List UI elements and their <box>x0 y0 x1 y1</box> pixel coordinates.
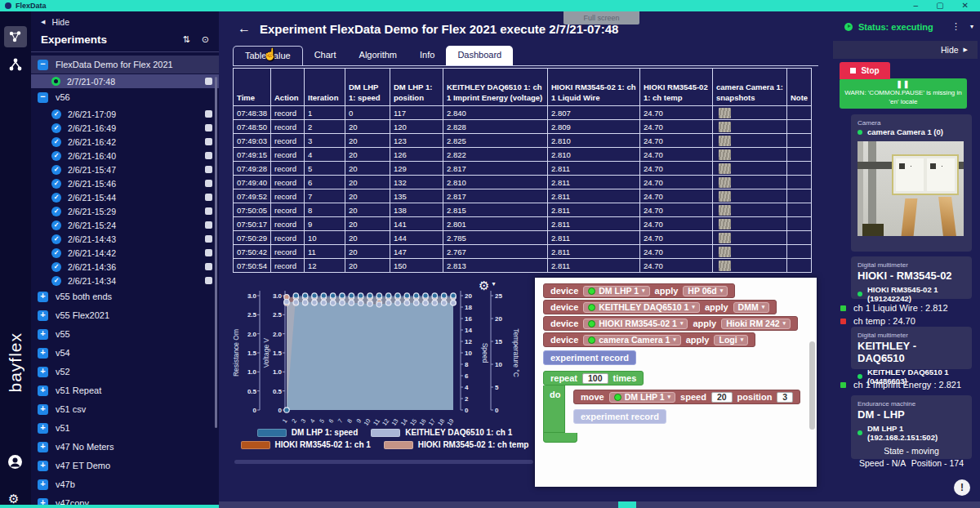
sidebar-item-2-6-21-14-36[interactable]: ✓2/6/21-14:36 <box>31 260 219 274</box>
sidebar-item-2-6-21-15-29[interactable]: ✓2/6/21-15:29 <box>31 204 219 218</box>
back-icon[interactable]: ← <box>238 21 251 36</box>
expand-icon[interactable]: + <box>38 423 48 434</box>
sidebar-group-v55[interactable]: +v55 <box>31 325 219 343</box>
experiment-checkbox[interactable] <box>205 124 212 131</box>
expand-icon[interactable]: + <box>38 479 48 490</box>
experiment-checkbox[interactable] <box>205 249 212 256</box>
expand-icon[interactable]: + <box>38 404 48 415</box>
expand-icon[interactable]: + <box>38 348 48 359</box>
method-dropdown[interactable]: HP 06d▾ <box>683 286 728 296</box>
table-row[interactable]: 07:49:40record6201322.8102.81124.70 <box>234 176 812 189</box>
table-row[interactable]: 07:48:38record101172.8402.80724.70 <box>234 106 812 120</box>
alert-button[interactable]: ! <box>954 479 970 496</box>
sidebar-item-2-6-21-14-43[interactable]: ✓2/6/21-14:43 <box>31 232 219 246</box>
snapshot-thumbnail[interactable] <box>719 261 731 271</box>
device-block-dm-lhp-1[interactable]: deviceDM LHP 1▾applyHP 06d▾ <box>543 283 735 298</box>
minimize-icon[interactable]: – <box>914 0 919 11</box>
flow-icon[interactable] <box>4 26 27 47</box>
device-dropdown[interactable]: camera Camera 1▾ <box>583 335 681 345</box>
close-icon[interactable]: ✕ <box>962 0 969 11</box>
legend-item-keithley-daq6510-1-ch-1[interactable]: KEITHLEY DAQ6510 1: ch 1 <box>371 428 512 437</box>
device-dropdown[interactable]: HIOKI RM3545-02 1▾ <box>583 319 688 329</box>
table-row[interactable]: 07:50:42record11201472.7672.81124.70 <box>234 245 812 259</box>
table-row[interactable]: 07:50:17record9201412.8012.81124.70 <box>234 217 812 231</box>
experiment-checkbox[interactable] <box>205 180 212 187</box>
tab-algorithm[interactable]: Algorithm <box>348 46 408 65</box>
expand-icon[interactable]: + <box>38 367 48 377</box>
sidebar-item-2-6-21-14-42[interactable]: ✓2/6/21-14:42 <box>31 246 219 260</box>
table-row[interactable]: 07:49:52record7201352.8172.81124.70 <box>234 189 812 203</box>
sidebar-group-v47-et-demo[interactable]: +v47 ET Demo <box>31 457 219 475</box>
table-row[interactable]: 07:48:50record2201202.8282.80924.70 <box>234 120 812 134</box>
sidebar-group-flexdata-demo-for-flex-2021[interactable]: −FlexData Demo for Flex 2021 <box>31 56 219 74</box>
experiment-checkbox[interactable] <box>205 194 212 201</box>
sidebar-group-v47-no-meters[interactable]: +v47 No Meters <box>31 438 219 456</box>
snapshot-thumbnail[interactable] <box>719 163 731 174</box>
move-position-field[interactable]: 3 <box>777 392 793 403</box>
sidebar-hide-button[interactable]: ◀ Hide <box>31 11 219 29</box>
stop-button[interactable]: Stop <box>840 62 890 79</box>
sidebar-group-v56[interactable]: −v56 <box>31 88 219 106</box>
legend-item-hioki-rm3545-02-1-ch-temp[interactable]: HIOKI RM3545-02 1: ch temp <box>384 440 529 449</box>
legend-item-dm-lhp-1-speed[interactable]: DM LHP 1: speed <box>257 428 359 437</box>
method-dropdown[interactable]: Hioki RM 242▾ <box>721 319 791 329</box>
experiment-checkbox[interactable] <box>205 263 212 270</box>
repeat-count-field[interactable]: 100 <box>582 373 608 384</box>
snapshot-thumbnail[interactable] <box>719 122 731 132</box>
collapse-icon[interactable]: − <box>38 60 48 70</box>
expand-icon[interactable]: + <box>38 385 48 396</box>
user-icon[interactable] <box>7 454 23 473</box>
table-row[interactable]: 07:50:54record12201502.8132.81124.70 <box>234 259 812 273</box>
expand-icon[interactable]: + <box>38 461 48 471</box>
sidebar-item-2-6-21-16-40[interactable]: ✓2/6/21-16:40 <box>31 149 219 163</box>
experiment-checkbox[interactable] <box>205 110 212 118</box>
table-row[interactable]: 07:50:05record8201382.8152.81124.70 <box>234 203 812 217</box>
experiment-checkbox[interactable] <box>205 78 212 85</box>
snapshot-thumbnail[interactable] <box>719 233 731 243</box>
table-row[interactable]: 07:49:03record3201232.8252.81024.70 <box>234 134 812 148</box>
table-row[interactable]: 07:49:28record5201292.8172.81124.70 <box>234 162 812 176</box>
snapshot-thumbnail[interactable] <box>719 177 731 188</box>
device-block-hioki-rm3545-02-1[interactable]: deviceHIOKI RM3545-02 1▾applyHioki RM 24… <box>543 316 798 331</box>
move-device-dropdown[interactable]: DM LHP 1 ▾ <box>609 392 675 403</box>
kebab-menu-icon[interactable]: ⋮ <box>951 21 960 32</box>
experiment-record-block[interactable]: experiment record <box>543 350 636 365</box>
table-row[interactable]: 07:49:15record4201262.8222.81024.70 <box>234 148 812 162</box>
caret-down-icon[interactable]: ▾ <box>970 23 973 32</box>
snapshot-thumbnail[interactable] <box>719 247 731 257</box>
panel-hide-button[interactable]: Hide ▶ <box>833 41 978 59</box>
experiment-checkbox[interactable] <box>205 277 212 284</box>
move-speed-field[interactable]: 20 <box>711 392 733 403</box>
tab-chart[interactable]: Chart <box>303 46 348 65</box>
maximize-icon[interactable]: ▢ <box>936 0 943 11</box>
legend-item-hioki-rm3545-02-1-ch-1[interactable]: HIOKI RM3545-02 1: ch 1 <box>241 440 371 449</box>
expand-icon[interactable]: + <box>38 329 48 340</box>
expand-icon[interactable]: + <box>38 292 48 302</box>
pause-warning-button[interactable]: ❚❚ WARN: 'COMMON.PAUSE' is missing in 'e… <box>840 78 967 109</box>
chart-settings-button[interactable]: ⚙ ▾ <box>479 279 495 293</box>
sidebar-item-2-6-21-15-24[interactable]: ✓2/6/21-15:24 <box>31 218 219 232</box>
chart-scrollbar[interactable] <box>234 460 533 464</box>
block-editor-scrollbar[interactable] <box>809 341 815 430</box>
sidebar-item-2-6-21-17-09[interactable]: ✓2/6/21-17:09 <box>31 107 219 121</box>
tab-dashboard[interactable]: Dashboard <box>446 46 513 65</box>
method-dropdown[interactable]: Logi▾ <box>714 335 748 345</box>
move-block[interactable]: move DM LHP 1 ▾ speed 20 position 3 <box>573 390 800 404</box>
sidebar-group-v55-flex2021[interactable]: +v55 Flex2021 <box>31 306 219 324</box>
sidebar-group-v55-both-ends[interactable]: +v55 both ends <box>31 287 219 305</box>
device-dropdown[interactable]: KEITHLEY DAQ6510 1▾ <box>583 302 700 313</box>
method-dropdown[interactable]: DMM▾ <box>733 302 770 313</box>
table-row[interactable]: 07:50:29record10201442.7852.81124.70 <box>234 231 812 245</box>
sidebar-group-v47b[interactable]: +v47b <box>31 475 219 493</box>
snapshot-thumbnail[interactable] <box>719 191 731 202</box>
snapshot-thumbnail[interactable] <box>719 219 731 229</box>
sidebar-item-2-6-21-15-47[interactable]: ✓2/6/21-15:47 <box>31 163 219 176</box>
target-icon[interactable]: ⊙ <box>202 34 209 45</box>
hierarchy-icon[interactable] <box>8 57 23 75</box>
experiment-checkbox[interactable] <box>205 221 212 229</box>
snapshot-thumbnail[interactable] <box>719 149 731 160</box>
sidebar-scrollbar[interactable] <box>215 77 217 428</box>
collapse-icon[interactable]: − <box>38 92 48 103</box>
sidebar-item-2-6-21-15-44[interactable]: ✓2/6/21-15:44 <box>31 190 219 204</box>
experiment-checkbox[interactable] <box>205 166 212 173</box>
